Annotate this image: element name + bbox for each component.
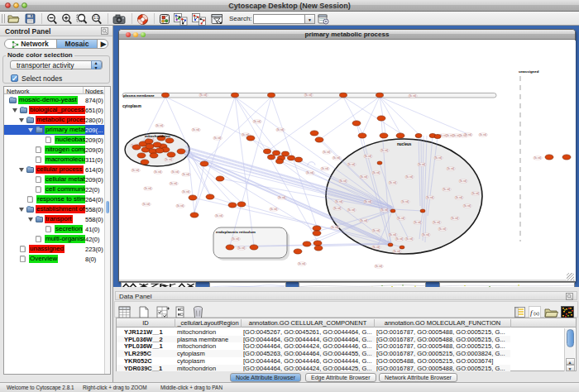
svg-text:(Sc.nd): (Sc.nd) bbox=[360, 219, 367, 222]
svg-text:(Sc.nd): (Sc.nd) bbox=[380, 208, 388, 212]
svg-text:(Sc.nd): (Sc.nd) bbox=[192, 128, 199, 131]
svg-text:(Sc.nd): (Sc.nd) bbox=[142, 203, 150, 206]
svg-text:nucleus: nucleus bbox=[397, 142, 412, 146]
svg-text:(Sc.nd): (Sc.nd) bbox=[479, 133, 486, 136]
svg-text:(Sc.nd): (Sc.nd) bbox=[237, 246, 245, 250]
svg-text:(Sc.nd): (Sc.nd) bbox=[156, 124, 163, 127]
svg-text:endoplasmic reticulum: endoplasmic reticulum bbox=[216, 230, 256, 234]
svg-text:(Sc.nd): (Sc.nd) bbox=[443, 188, 450, 191]
svg-text:(Sc.nd): (Sc.nd) bbox=[213, 136, 221, 140]
svg-text:(Sc.nd): (Sc.nd) bbox=[144, 187, 151, 190]
svg-text:(Sc.nd): (Sc.nd) bbox=[270, 208, 277, 211]
svg-text:(Sc.nd): (Sc.nd) bbox=[182, 173, 189, 176]
svg-text:(Sc.nd): (Sc.nd) bbox=[132, 169, 139, 172]
svg-text:(Sc.nd): (Sc.nd) bbox=[339, 179, 347, 183]
svg-text:(x): (x) bbox=[534, 311, 539, 316]
svg-text:(Sc.nd): (Sc.nd) bbox=[447, 167, 454, 170]
svg-text:(Sc.nd): (Sc.nd) bbox=[347, 208, 355, 212]
svg-text:(Sc.nd): (Sc.nd) bbox=[364, 155, 371, 158]
svg-text:(Sc.nd): (Sc.nd) bbox=[364, 200, 371, 203]
svg-text:unassigned: unassigned bbox=[519, 69, 539, 74]
svg-text:(Sc.nd): (Sc.nd) bbox=[534, 156, 541, 160]
svg-text:(Sc.nd): (Sc.nd) bbox=[182, 190, 189, 194]
svg-text:(Sc.nd): (Sc.nd) bbox=[298, 262, 305, 265]
svg-text:(Sc.nd): (Sc.nd) bbox=[451, 217, 458, 220]
svg-text:(Sc.nd): (Sc.nd) bbox=[455, 196, 462, 199]
svg-text:(Sc.nd): (Sc.nd) bbox=[389, 181, 396, 184]
svg-text:(Sc.nd): (Sc.nd) bbox=[393, 250, 400, 253]
svg-text:(Sc.nd): (Sc.nd) bbox=[464, 133, 471, 136]
svg-text:1:1: 1:1 bbox=[93, 16, 99, 20]
svg-text:(Sc.nd): (Sc.nd) bbox=[165, 158, 172, 161]
svg-text:(Sc.nd): (Sc.nd) bbox=[397, 217, 404, 220]
svg-text:(Sc.nd): (Sc.nd) bbox=[331, 226, 338, 229]
svg-text:mitochondrion: mitochondrion bbox=[145, 134, 170, 138]
svg-text:(Sc.nd): (Sc.nd) bbox=[471, 192, 479, 195]
svg-text:(Sc.nd): (Sc.nd) bbox=[171, 170, 179, 174]
svg-text:(Sc.nd): (Sc.nd) bbox=[389, 233, 396, 237]
svg-text:(Sc.nd): (Sc.nd) bbox=[405, 175, 413, 179]
svg-text:(Sc.nd): (Sc.nd) bbox=[409, 94, 416, 98]
svg-text:(Sc.nd): (Sc.nd) bbox=[321, 167, 328, 170]
svg-text:(Sc.nd): (Sc.nd) bbox=[347, 163, 355, 166]
svg-text:(Sc.nd): (Sc.nd) bbox=[253, 120, 261, 123]
svg-text:cytoplasm: cytoplasm bbox=[122, 104, 141, 108]
svg-text:(Sc.nd): (Sc.nd) bbox=[335, 200, 342, 203]
svg-text:(Sc.nd): (Sc.nd) bbox=[418, 163, 425, 166]
svg-text:(Sc.nd): (Sc.nd) bbox=[422, 233, 429, 237]
svg-text:(Sc.nd): (Sc.nd) bbox=[306, 171, 313, 174]
svg-text:(Sc.nd): (Sc.nd) bbox=[215, 214, 223, 218]
svg-text:(Sc.nd): (Sc.nd) bbox=[463, 204, 471, 208]
svg-text:(Sc.nd): (Sc.nd) bbox=[395, 237, 403, 241]
svg-text:(Sc.nd): (Sc.nd) bbox=[170, 182, 177, 185]
svg-text:(Sc.nd): (Sc.nd) bbox=[434, 156, 442, 160]
svg-text:(Sc.nd): (Sc.nd) bbox=[333, 156, 340, 160]
svg-text:(Sc.nd): (Sc.nd) bbox=[360, 175, 367, 179]
svg-text:(Sc.nd): (Sc.nd) bbox=[372, 246, 380, 249]
svg-text:(Sc.nd): (Sc.nd) bbox=[380, 149, 388, 152]
svg-text:(Sc.nd): (Sc.nd) bbox=[278, 196, 285, 199]
svg-text:(Sc.nd): (Sc.nd) bbox=[433, 221, 440, 224]
svg-text:(Sc.nd): (Sc.nd) bbox=[372, 229, 380, 232]
svg-text:(Sc.nd): (Sc.nd) bbox=[372, 171, 380, 174]
svg-text:(Sc.nd): (Sc.nd) bbox=[276, 128, 284, 131]
svg-text:(Sc.nd): (Sc.nd) bbox=[304, 93, 312, 97]
svg-text:(Sc.nd): (Sc.nd) bbox=[232, 237, 239, 241]
svg-text:(Sc.nd): (Sc.nd) bbox=[333, 207, 341, 210]
svg-text:(Sc.nd): (Sc.nd) bbox=[426, 196, 433, 199]
svg-text:(Sc.nd): (Sc.nd) bbox=[438, 227, 446, 231]
svg-text:(Sc.nd): (Sc.nd) bbox=[375, 265, 382, 268]
svg-text:(Sc.nd): (Sc.nd) bbox=[401, 200, 409, 203]
svg-text:(Sc.nd): (Sc.nd) bbox=[154, 170, 161, 174]
svg-text:(Sc.nd): (Sc.nd) bbox=[459, 179, 467, 183]
svg-text:(Sc.nd): (Sc.nd) bbox=[176, 204, 184, 208]
svg-text:(Sc.nd): (Sc.nd) bbox=[414, 221, 421, 224]
svg-text:(Sc.nd): (Sc.nd) bbox=[405, 237, 413, 241]
svg-text:plasma membrane: plasma membrane bbox=[123, 93, 155, 98]
svg-text:(Sc.nd): (Sc.nd) bbox=[323, 151, 330, 154]
svg-text:(Sc.nd): (Sc.nd) bbox=[199, 93, 207, 97]
